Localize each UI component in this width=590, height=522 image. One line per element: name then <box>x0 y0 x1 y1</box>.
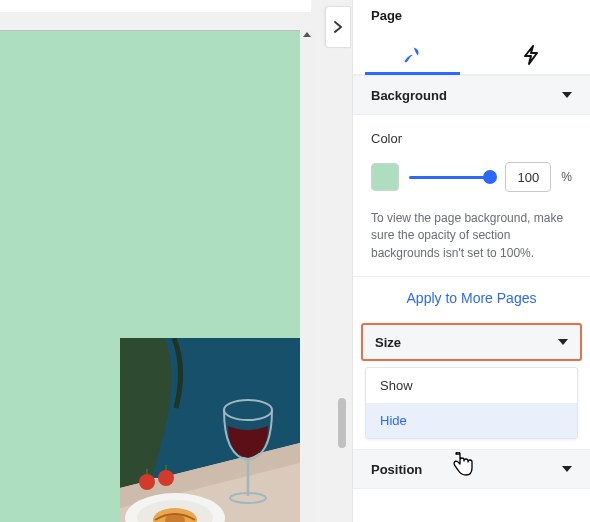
opacity-slider[interactable] <box>409 167 495 187</box>
canvas-scrollbar[interactable] <box>300 30 315 522</box>
section-header-background[interactable]: Background <box>353 75 590 115</box>
section-header-position[interactable]: Position <box>353 449 590 489</box>
section-title: Size <box>375 335 401 350</box>
section-title: Background <box>371 88 447 103</box>
panel-title: Page <box>353 0 590 35</box>
preview-image <box>120 338 300 522</box>
svg-point-8 <box>158 470 174 486</box>
editor-canvas <box>0 0 325 522</box>
chevron-down-icon <box>562 466 572 472</box>
color-label: Color <box>371 131 572 146</box>
apply-row: Apply to More Pages <box>353 276 590 319</box>
panel-tabs <box>353 35 590 75</box>
tab-style[interactable] <box>353 35 472 74</box>
canvas-chrome <box>0 0 311 12</box>
collapse-panel-handle[interactable] <box>325 6 351 48</box>
scroll-up-arrow-icon <box>303 32 311 37</box>
properties-panel: Page Background Color % T <box>352 0 590 522</box>
menu-item-show[interactable]: Show <box>366 368 577 403</box>
chevron-down-icon <box>562 92 572 98</box>
size-visibility-menu: Show Hide <box>365 367 578 439</box>
food-photo <box>120 338 300 522</box>
chevron-down-icon <box>558 339 568 345</box>
slider-thumb[interactable] <box>483 170 497 184</box>
opacity-unit: % <box>561 170 572 184</box>
tab-interactions[interactable] <box>472 35 591 74</box>
background-hint: To view the page background, make sure t… <box>371 210 572 262</box>
panel-scrollbar-thumb[interactable] <box>338 398 346 448</box>
color-row: % <box>371 162 572 192</box>
chevron-right-icon <box>334 21 342 33</box>
svg-point-7 <box>139 474 155 490</box>
section-title: Position <box>371 462 422 477</box>
menu-item-hide[interactable]: Hide <box>366 403 577 438</box>
section-header-size[interactable]: Size <box>361 323 582 361</box>
apply-to-more-pages-link[interactable]: Apply to More Pages <box>407 290 537 306</box>
background-section: Color % To view the page background, mak… <box>353 115 590 276</box>
lightning-icon <box>522 45 540 65</box>
color-swatch[interactable] <box>371 163 399 191</box>
opacity-input[interactable] <box>505 162 551 192</box>
page-preview[interactable] <box>0 30 300 522</box>
brush-icon <box>402 45 422 65</box>
